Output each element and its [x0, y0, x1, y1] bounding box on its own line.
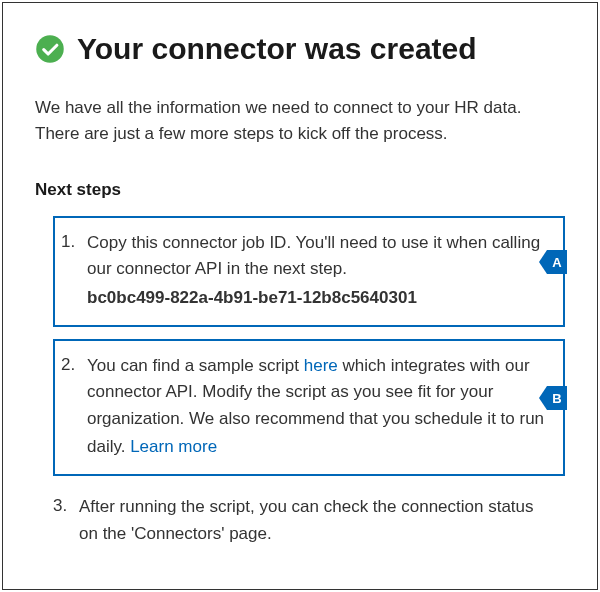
step-1: Copy this connector job ID. You'll need … [53, 216, 565, 327]
description-text: We have all the information we need to c… [35, 95, 565, 146]
header: Your connector was created [35, 31, 565, 67]
learn-more-link[interactable]: Learn more [130, 434, 217, 460]
step-3: After running the script, you can check … [53, 488, 565, 555]
next-steps-heading: Next steps [35, 180, 565, 200]
connector-job-id: bc0bc499-822a-4b91-be71-12b8c5640301 [87, 285, 547, 311]
callout-b-label: B [552, 391, 561, 406]
step-2-content: You can find a sample script here which … [83, 347, 555, 468]
step-2-text-before: You can find a sample script [87, 356, 304, 375]
step-3-text: After running the script, you can check … [79, 497, 534, 542]
sample-script-link[interactable]: here [304, 356, 338, 375]
steps-list: Copy this connector job ID. You'll need … [35, 216, 565, 555]
callout-a-label: A [552, 255, 561, 270]
steps-wrapper: Copy this connector job ID. You'll need … [35, 216, 565, 555]
callout-tag-a: A [547, 250, 567, 274]
success-check-icon [35, 34, 65, 64]
confirmation-panel: Your connector was created We have all t… [2, 2, 598, 590]
step-1-text: Copy this connector job ID. You'll need … [87, 233, 540, 278]
page-title: Your connector was created [77, 31, 477, 67]
step-1-content: Copy this connector job ID. You'll need … [83, 224, 555, 319]
step-2: You can find a sample script here which … [53, 339, 565, 476]
callout-tag-b: B [547, 386, 567, 410]
step-3-content: After running the script, you can check … [75, 488, 565, 555]
svg-point-0 [36, 35, 64, 63]
